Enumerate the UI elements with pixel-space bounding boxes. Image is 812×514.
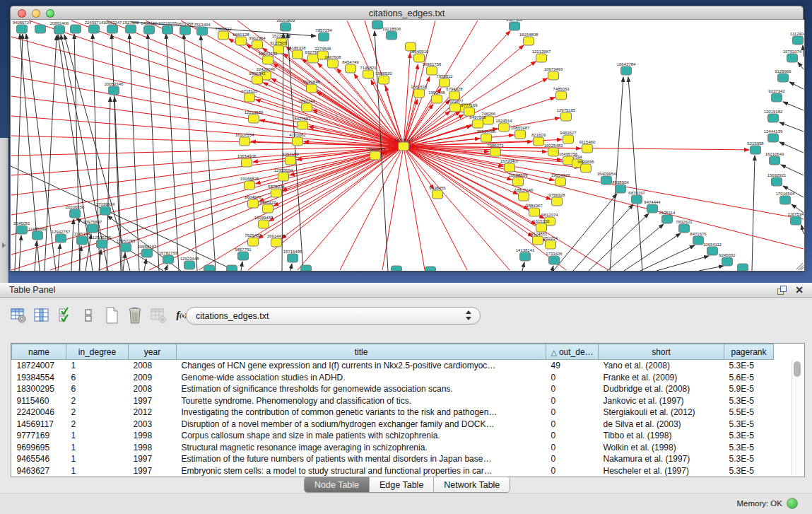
- citation-edge[interactable]: [11, 146, 404, 255]
- citation-edge[interactable]: [404, 146, 425, 270]
- graph-node[interactable]: [278, 173, 289, 181]
- new-document-button[interactable]: [103, 306, 120, 325]
- graph-node[interactable]: [328, 59, 339, 68]
- table-cell[interactable]: 1997: [129, 453, 177, 465]
- column-header-short[interactable]: short: [599, 344, 724, 360]
- graph-node[interactable]: [555, 177, 566, 186]
- graph-node[interactable]: [399, 142, 409, 151]
- graph-node[interactable]: [772, 93, 782, 102]
- graph-node[interactable]: [536, 223, 547, 232]
- column-header-in_degree[interactable]: in_degree: [66, 344, 129, 360]
- graph-node[interactable]: [302, 103, 312, 112]
- column-header-pagerank[interactable]: pagerank: [724, 344, 774, 360]
- table-cell[interactable]: 2003: [129, 419, 177, 431]
- table-cell[interactable]: 9699695: [12, 442, 66, 454]
- table-cell[interactable]: Yano et al. (2008): [599, 360, 724, 372]
- graph-node[interactable]: [770, 156, 780, 165]
- edge[interactable]: [699, 266, 724, 271]
- table-cell[interactable]: Estimation of significance thresholds fo…: [177, 383, 546, 395]
- graph-node[interactable]: [271, 238, 282, 247]
- edge[interactable]: [241, 262, 242, 271]
- table-cell[interactable]: 0: [546, 419, 599, 431]
- graph-node[interactable]: [546, 240, 556, 249]
- graph-node[interactable]: [238, 252, 249, 260]
- select-columns-button[interactable]: [33, 306, 50, 325]
- graph-node[interactable]: [236, 37, 247, 45]
- graph-node[interactable]: [647, 204, 658, 213]
- graph-node[interactable]: [679, 224, 690, 233]
- table-cell[interactable]: 2008: [129, 360, 177, 372]
- graph-node[interactable]: [524, 37, 534, 45]
- graph-node[interactable]: [271, 189, 282, 197]
- graph-node[interactable]: [218, 31, 229, 40]
- table-cell[interactable]: 49: [546, 360, 599, 372]
- table-cell[interactable]: 22420046: [12, 407, 66, 419]
- table-cell[interactable]: Dudbridge et al. (2008): [599, 383, 724, 395]
- edge[interactable]: [35, 241, 37, 271]
- graph-node[interactable]: [372, 21, 383, 29]
- column-header-year[interactable]: year: [129, 344, 177, 360]
- citation-edge[interactable]: [29, 21, 404, 146]
- table-cell[interactable]: Jankovic et al. (1997): [599, 395, 724, 407]
- table-cell[interactable]: de Silva et al. (2003): [599, 419, 724, 431]
- graph-node[interactable]: [473, 119, 483, 128]
- graph-node[interactable]: [432, 95, 442, 103]
- graph-node[interactable]: [549, 256, 560, 264]
- graph-node[interactable]: [425, 267, 436, 271]
- graph-node[interactable]: [548, 148, 559, 156]
- table-cell[interactable]: 0: [546, 395, 599, 407]
- table-cell[interactable]: 1: [66, 360, 129, 372]
- table-cell[interactable]: Wolkin et al. (1998): [599, 442, 724, 454]
- table-row[interactable]: 946554611997Estimation of the future num…: [12, 453, 774, 465]
- graph-node[interactable]: [245, 181, 255, 189]
- graph-node[interactable]: [561, 112, 572, 121]
- graph-node[interactable]: [392, 266, 402, 271]
- graph-node[interactable]: [481, 134, 492, 142]
- table-cell[interactable]: 1: [66, 430, 129, 442]
- table-cell[interactable]: Investigating the contribution of common…: [177, 407, 546, 419]
- graph-node[interactable]: [319, 33, 329, 41]
- graph-node[interactable]: [252, 40, 263, 49]
- graph-node[interactable]: [293, 50, 303, 59]
- table-cell[interactable]: 1: [66, 442, 129, 454]
- table-cell[interactable]: Genome-wide association studies in ADHD.: [177, 372, 546, 384]
- graph-node[interactable]: [632, 195, 642, 204]
- edge[interactable]: [123, 253, 125, 271]
- graph-node[interactable]: [433, 190, 443, 199]
- column-header-title[interactable]: title: [177, 344, 546, 360]
- graph-node[interactable]: [414, 89, 425, 98]
- rows-button[interactable]: [80, 306, 97, 325]
- graph-node[interactable]: [298, 121, 308, 129]
- table-cell[interactable]: 19384554: [12, 372, 66, 384]
- table-cell[interactable]: 2009: [129, 372, 177, 384]
- table-cell[interactable]: 18724007: [12, 360, 66, 372]
- graph-node[interactable]: [88, 224, 98, 233]
- graph-node[interactable]: [180, 26, 191, 35]
- edge[interactable]: [801, 225, 804, 234]
- graph-node[interactable]: [70, 209, 81, 218]
- column-header-name[interactable]: name: [12, 344, 66, 360]
- graph-node[interactable]: [490, 148, 501, 156]
- tab-network-table[interactable]: Network Table: [434, 477, 510, 492]
- table-cell[interactable]: 5.3E-5: [724, 419, 774, 431]
- graph-node[interactable]: [621, 66, 632, 75]
- graph-node[interactable]: [288, 254, 298, 262]
- edge[interactable]: [166, 34, 179, 271]
- table-cell[interactable]: 1998: [129, 442, 177, 454]
- graph-node[interactable]: [780, 196, 791, 204]
- table-cell[interactable]: 9465546: [12, 453, 66, 465]
- table-cell[interactable]: 1: [66, 453, 129, 465]
- graph-node[interactable]: [510, 22, 520, 30]
- edge[interactable]: [657, 256, 709, 271]
- graph-node[interactable]: [563, 135, 574, 144]
- graph-node[interactable]: [513, 177, 524, 186]
- table-cell[interactable]: 18300295: [12, 383, 66, 395]
- graph-node[interactable]: [440, 78, 450, 87]
- table-cell[interactable]: 14569117: [12, 419, 66, 431]
- table-cell[interactable]: 5.3E-5: [724, 442, 774, 454]
- edge[interactable]: [752, 156, 755, 271]
- table-cell[interactable]: 2012: [129, 407, 177, 419]
- table-cell[interactable]: Disruption of a novel member of a sodium…: [177, 419, 546, 431]
- close-panel-icon[interactable]: ✕: [795, 284, 804, 296]
- expand-panel-arrow-icon[interactable]: [2, 243, 6, 248]
